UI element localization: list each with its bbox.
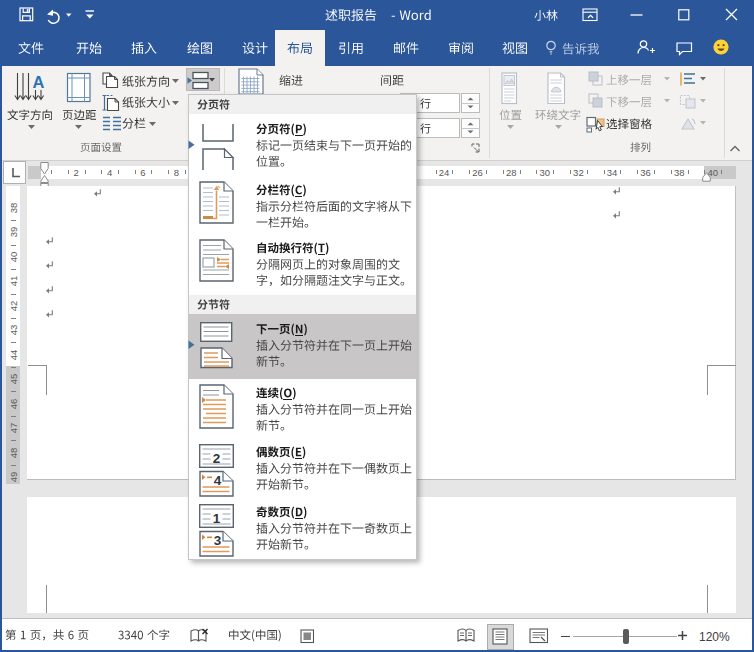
svg-text:1: 1 [213, 511, 221, 526]
svg-text:2: 2 [213, 451, 221, 466]
svg-text:3: 3 [214, 533, 222, 548]
svg-text:A: A [33, 73, 45, 91]
svg-text:4: 4 [214, 473, 222, 488]
